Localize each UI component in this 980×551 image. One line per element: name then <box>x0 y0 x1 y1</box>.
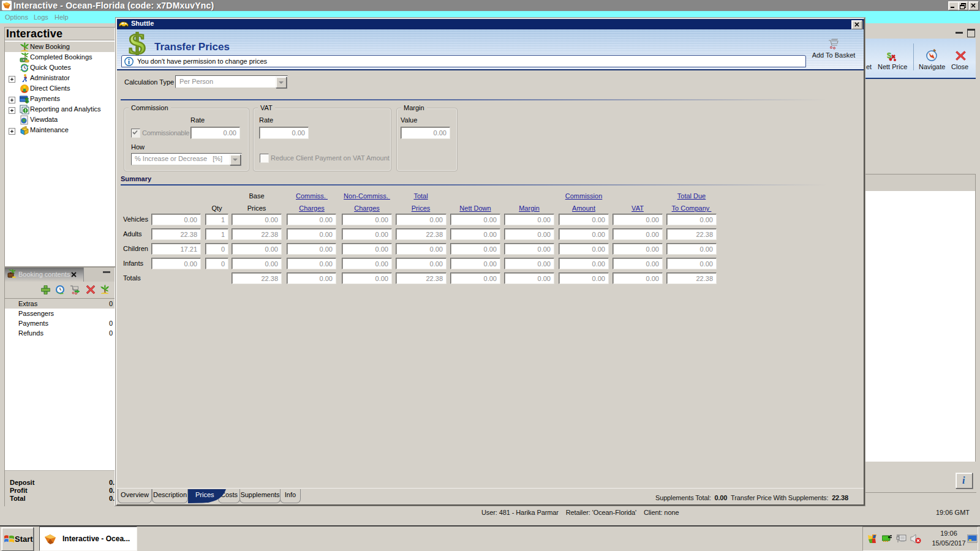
svg-text:$: $ <box>25 97 29 104</box>
svg-text:$: $ <box>129 32 146 58</box>
